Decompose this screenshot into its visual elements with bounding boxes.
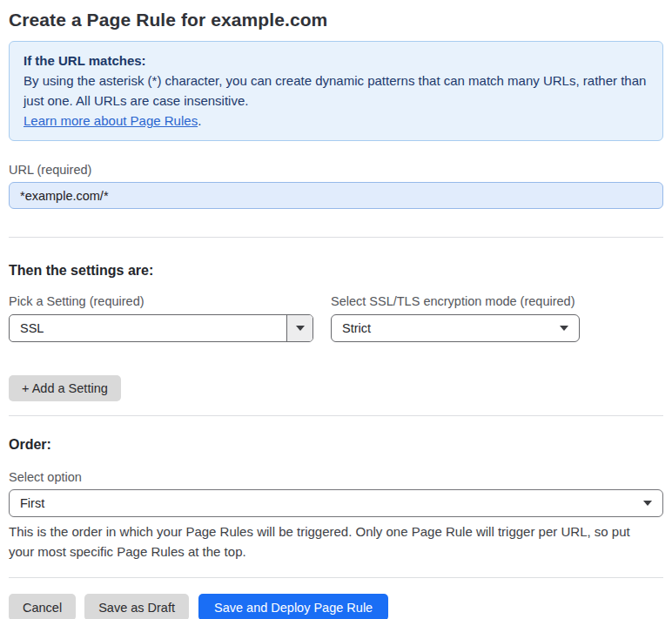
chevron-down-icon xyxy=(560,326,579,331)
ssl-mode-picker-label: Select SSL/TLS encryption mode (required… xyxy=(331,294,575,308)
info-box-body: By using the asterisk (*) character, you… xyxy=(24,71,648,111)
chevron-down-icon xyxy=(286,315,312,341)
order-section-heading: Order: xyxy=(9,435,663,454)
settings-row: Pick a Setting (required) SSL Select SSL… xyxy=(9,293,663,342)
link-suffix: . xyxy=(198,113,201,128)
cancel-button[interactable]: Cancel xyxy=(9,594,76,619)
setting-picker-label: Pick a Setting (required) xyxy=(9,294,144,308)
divider xyxy=(9,415,663,416)
setting-picker-select[interactable]: SSL xyxy=(9,314,313,342)
ssl-mode-picker-group: Select SSL/TLS encryption mode (required… xyxy=(331,293,580,342)
info-box-heading: If the URL matches: xyxy=(24,50,648,71)
url-input[interactable] xyxy=(9,182,663,209)
url-field-label: URL (required) xyxy=(9,163,91,177)
info-box-link-line: Learn more about Page Rules. xyxy=(24,111,648,131)
create-page-rule-form: Create a Page Rule for example.com If th… xyxy=(0,0,672,619)
order-select-value: First xyxy=(10,496,643,510)
learn-more-link[interactable]: Learn more about Page Rules xyxy=(24,113,198,128)
add-setting-button[interactable]: + Add a Setting xyxy=(9,375,121,401)
order-select[interactable]: First xyxy=(9,489,663,517)
footer-actions: Cancel Save as Draft Save and Deploy Pag… xyxy=(9,594,663,619)
settings-section-heading: Then the settings are: xyxy=(9,261,663,280)
setting-picker-group: Pick a Setting (required) SSL xyxy=(9,293,313,342)
order-select-label: Select option xyxy=(9,470,82,484)
setting-picker-value: SSL xyxy=(10,321,286,335)
page-title: Create a Page Rule for example.com xyxy=(9,7,663,33)
chevron-down-icon xyxy=(643,501,662,506)
ssl-mode-value: Strict xyxy=(332,321,560,335)
url-match-info-box: If the URL matches: By using the asteris… xyxy=(9,41,663,141)
order-help-text: This is the order in which your Page Rul… xyxy=(9,521,653,562)
ssl-mode-select[interactable]: Strict xyxy=(331,314,580,342)
save-deploy-button[interactable]: Save and Deploy Page Rule xyxy=(198,594,388,619)
divider xyxy=(9,237,663,238)
save-draft-button[interactable]: Save as Draft xyxy=(84,594,189,619)
divider xyxy=(9,577,663,578)
